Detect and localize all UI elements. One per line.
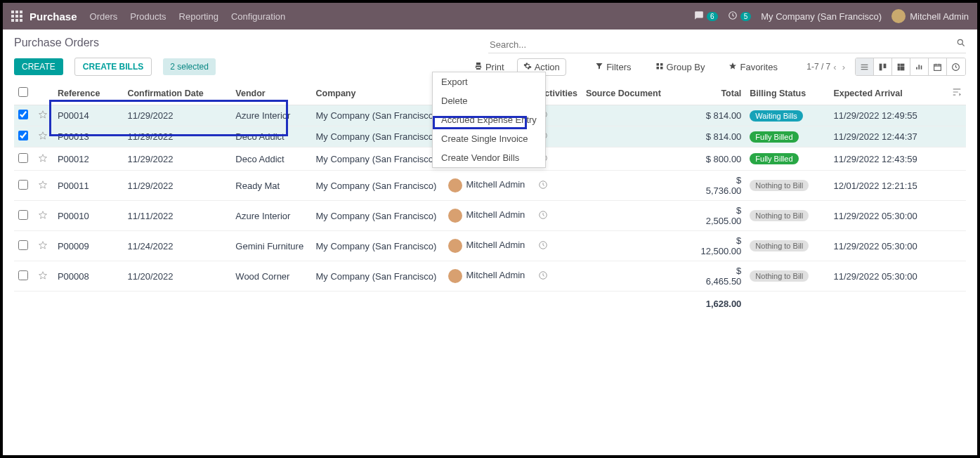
action-accrued-expense[interactable]: Accrued Expense Entry bbox=[433, 110, 545, 129]
cell-arrival: 11/29/2022 05:30:00 bbox=[829, 201, 947, 231]
nav-configuration[interactable]: Configuration bbox=[231, 11, 285, 22]
cell-arrival: 11/29/2022 12:49:55 bbox=[829, 105, 947, 126]
favorite-star-icon[interactable] bbox=[38, 155, 48, 165]
search-input[interactable] bbox=[488, 37, 966, 53]
favorite-star-icon[interactable] bbox=[38, 132, 48, 143]
create-bills-button[interactable]: CREATE BILLS bbox=[74, 58, 152, 76]
action-create-vendor-bills[interactable]: Create Vendor Bills bbox=[433, 148, 545, 167]
row-checkbox[interactable] bbox=[18, 180, 28, 190]
cell-total: $ 814.00 bbox=[696, 126, 745, 148]
select-all-checkbox[interactable] bbox=[18, 87, 28, 97]
billing-status-badge: Nothing to Bill bbox=[750, 210, 809, 221]
favorites-button[interactable]: Favorites bbox=[723, 59, 783, 75]
page-title: Purchase Orders bbox=[14, 37, 488, 49]
view-graph[interactable] bbox=[910, 58, 929, 75]
pager-range[interactable]: 1-7 / 7 bbox=[806, 62, 830, 72]
header-source[interactable]: Source Document bbox=[582, 81, 696, 105]
favorite-star-icon[interactable] bbox=[38, 111, 48, 122]
cell-reference: P00011 bbox=[53, 171, 124, 201]
cell-total: $ 12,500.00 bbox=[696, 231, 745, 261]
header-vendor[interactable]: Vendor bbox=[231, 81, 311, 105]
user-menu[interactable]: Mitchell Admin bbox=[891, 9, 969, 23]
cell-source bbox=[582, 261, 696, 292]
cell-company: My Company (San Francisco) bbox=[311, 201, 443, 231]
view-kanban[interactable] bbox=[874, 58, 892, 75]
table-row[interactable]: P00011 11/29/2022 Ready Mat My Company (… bbox=[14, 171, 966, 201]
view-pivot[interactable] bbox=[892, 58, 910, 75]
cell-date: 11/29/2022 bbox=[123, 148, 231, 171]
row-checkbox[interactable] bbox=[18, 153, 28, 163]
header-reference[interactable]: Reference bbox=[53, 81, 124, 105]
activity-clock-icon[interactable] bbox=[538, 272, 548, 282]
header-confirm-date[interactable]: Confirmation Date bbox=[123, 81, 231, 105]
pager-next[interactable]: › bbox=[839, 60, 848, 74]
rep-avatar-icon bbox=[448, 239, 462, 253]
activity-button[interactable]: 5 bbox=[728, 11, 752, 22]
row-checkbox[interactable] bbox=[18, 240, 28, 250]
svg-rect-11 bbox=[900, 66, 904, 70]
view-list[interactable] bbox=[856, 58, 874, 75]
row-checkbox[interactable] bbox=[18, 131, 28, 140]
billing-status-badge: Waiting Bills bbox=[750, 110, 803, 122]
action-create-single-invoice[interactable]: Create Single Invoice bbox=[433, 129, 545, 148]
pager-prev[interactable]: ‹ bbox=[830, 60, 839, 74]
chat-button[interactable]: 6 bbox=[694, 11, 718, 22]
action-delete[interactable]: Delete bbox=[433, 91, 545, 110]
table-row[interactable]: P00010 11/11/2022 Azure Interior My Comp… bbox=[14, 201, 966, 231]
app-brand[interactable]: Purchase bbox=[30, 11, 77, 22]
company-switcher[interactable]: My Company (San Francisco) bbox=[761, 11, 882, 22]
selected-count[interactable]: 2 selected bbox=[163, 58, 216, 75]
cell-company: My Company (San Francisco) bbox=[311, 171, 443, 201]
filters-button[interactable]: Filters bbox=[589, 59, 636, 75]
favorite-star-icon[interactable] bbox=[38, 242, 48, 252]
billing-status-badge: Fully Billed bbox=[750, 131, 798, 143]
header-billing[interactable]: Billing Status bbox=[745, 81, 829, 105]
cell-company: My Company (San Francisco) bbox=[311, 148, 443, 171]
cell-representative: Mitchell Admin bbox=[444, 261, 535, 292]
activity-clock-icon[interactable] bbox=[538, 211, 548, 222]
favorite-star-icon[interactable] bbox=[38, 181, 48, 192]
billing-status-badge: Nothing to Bill bbox=[750, 180, 809, 191]
row-checkbox[interactable] bbox=[18, 210, 28, 220]
cell-representative: Mitchell Admin bbox=[444, 231, 535, 261]
svg-point-1 bbox=[958, 39, 962, 44]
nav-products[interactable]: Products bbox=[130, 11, 166, 22]
cell-vendor: Ready Mat bbox=[231, 171, 311, 201]
chat-count: 6 bbox=[707, 12, 718, 21]
optional-columns-button[interactable] bbox=[948, 81, 966, 105]
create-button[interactable]: CREATE bbox=[14, 58, 63, 75]
favorite-star-icon[interactable] bbox=[38, 211, 48, 222]
groupby-button[interactable]: Group By bbox=[650, 59, 711, 75]
nav-reporting[interactable]: Reporting bbox=[179, 11, 218, 22]
header-company[interactable]: Company bbox=[311, 81, 443, 105]
action-export[interactable]: Export bbox=[433, 72, 545, 91]
svg-rect-6 bbox=[880, 63, 882, 70]
cell-representative: Mitchell Admin bbox=[444, 171, 535, 201]
favorite-star-icon[interactable] bbox=[38, 272, 48, 282]
rep-avatar-icon bbox=[448, 269, 462, 283]
row-checkbox[interactable] bbox=[18, 110, 28, 119]
cell-source bbox=[582, 201, 696, 231]
activity-clock-icon[interactable] bbox=[538, 181, 548, 192]
activity-clock-icon[interactable] bbox=[538, 242, 548, 252]
cell-representative: Mitchell Admin bbox=[444, 201, 535, 231]
table-row[interactable]: P00009 11/24/2022 Gemini Furniture My Co… bbox=[14, 231, 966, 261]
nav-orders[interactable]: Orders bbox=[90, 11, 118, 22]
header-total[interactable]: Total bbox=[696, 81, 745, 105]
view-activity[interactable] bbox=[947, 58, 965, 75]
view-calendar[interactable] bbox=[929, 58, 947, 75]
footer-total: 1,628.00 bbox=[696, 292, 745, 317]
group-icon bbox=[655, 62, 664, 72]
svg-rect-8 bbox=[898, 63, 900, 65]
row-checkbox[interactable] bbox=[18, 270, 28, 280]
action-dropdown-menu: Export Delete Accrued Expense Entry Crea… bbox=[432, 72, 546, 168]
cell-company: My Company (San Francisco) bbox=[311, 231, 443, 261]
header-arrival[interactable]: Expected Arrival bbox=[829, 81, 947, 105]
apps-icon[interactable] bbox=[11, 11, 22, 22]
cell-company: My Company (San Francisco) bbox=[311, 105, 443, 126]
search-icon[interactable] bbox=[956, 38, 966, 50]
cell-total: $ 5,736.00 bbox=[696, 171, 745, 201]
svg-rect-4 bbox=[656, 67, 659, 70]
user-name: Mitchell Admin bbox=[910, 11, 969, 22]
table-row[interactable]: P00008 11/20/2022 Wood Corner My Company… bbox=[14, 261, 966, 292]
